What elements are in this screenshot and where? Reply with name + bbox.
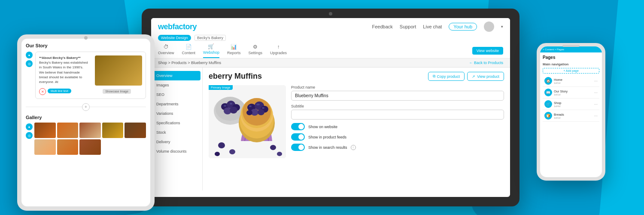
nav-overview[interactable]: ⏱ Overview	[158, 44, 174, 58]
show-in-search-results-toggle[interactable]	[291, 144, 305, 151]
mobile-nav-item-ourstory[interactable]: 📖 Our Story 1d/1d ···	[543, 87, 599, 98]
nav-content[interactable]: 📄 Content	[182, 44, 196, 58]
sidebar-item-variations[interactable]: Variations	[151, 109, 202, 118]
sidebar-item-specifications[interactable]: Specifications	[151, 118, 202, 128]
shop-more-button[interactable]: ···	[594, 102, 598, 107]
home-more-button[interactable]: ···	[594, 79, 598, 83]
nav-reports[interactable]: 📊 Reports	[227, 44, 241, 58]
webshop-icon: 🛒	[208, 43, 214, 49]
livechat-link[interactable]: Live chat	[423, 24, 442, 29]
nav-content-label: Content	[182, 51, 196, 55]
sidebar-item-overview[interactable]: Overview	[151, 71, 200, 80]
gallery-section: Gallery ● ◎	[21, 115, 150, 159]
sidebar-item-delivery[interactable]: Delivery	[151, 137, 202, 147]
tablet-add-block-button[interactable]: +	[82, 103, 90, 111]
tablet-ctrl-btn-1[interactable]: ●	[26, 52, 33, 58]
laptop-screen: webfactory Feedback Support Live chat Yo…	[151, 18, 510, 197]
nav-settings[interactable]: ⚙ Settings	[248, 44, 262, 58]
your-hub-button[interactable]: Your hub	[449, 23, 477, 31]
breads-more-button[interactable]: ···	[594, 114, 598, 118]
svg-point-1	[218, 142, 225, 148]
gallery-thumb-7[interactable]	[57, 139, 79, 155]
product-name-input[interactable]	[291, 91, 504, 101]
back-to-products-link[interactable]: ← Back to Products	[469, 61, 503, 65]
view-product-button[interactable]: ↗ View product	[467, 72, 504, 81]
show-on-website-toggle[interactable]	[291, 123, 305, 130]
mobile-nav-item-shop[interactable]: 🛒 Shop 1d/4d ···	[543, 98, 599, 110]
view-website-button[interactable]: View website	[472, 47, 503, 55]
nav-upgrades[interactable]: ↑ Upgrades	[270, 44, 287, 58]
feedback-link[interactable]: Feedback	[372, 24, 392, 29]
tablet-camera	[84, 36, 88, 40]
gallery-thumb-2[interactable]	[57, 123, 79, 138]
mobile-nav-row-home: 🏠 Home 1d/1d	[544, 77, 562, 85]
info-icon[interactable]: i	[351, 145, 356, 150]
content-icon: 📄	[185, 44, 192, 50]
sidebar-item-stock[interactable]: Stock	[151, 128, 202, 137]
copy-icon: ⧉	[433, 74, 435, 79]
gallery-thumb-1[interactable]	[34, 123, 56, 138]
sidebar-item-volume-discounts[interactable]: Volume discounts	[151, 147, 202, 156]
copy-product-button[interactable]: ⧉ Copy product	[428, 72, 465, 81]
mobile-add-page-button[interactable]: + Add page	[543, 68, 599, 74]
tablet-story-block-wrapper: ● ◎ **About Becky's Bakery** Becky's Bak…	[26, 52, 146, 103]
nav-webshop-label: Webshop	[203, 50, 219, 55]
show-in-search-results-label: Show in search results	[308, 145, 347, 150]
gallery-ctrl-btn-1[interactable]: ●	[26, 123, 33, 130]
sidebar-item-seo[interactable]: SEO	[151, 90, 202, 99]
tablet-ctrl-btn-2[interactable]: ◎	[26, 60, 33, 67]
mobile-nav-shop-labels: Shop 1d/4d	[554, 101, 562, 108]
laptop-camera	[329, 12, 332, 15]
remove-button[interactable]: ✕	[39, 88, 46, 95]
gallery-ctrl-btn-2[interactable]: ◎	[26, 132, 33, 139]
subtitle-input[interactable]	[291, 110, 504, 120]
website-design-badge[interactable]: Website Design	[158, 35, 191, 41]
support-link[interactable]: Support	[400, 24, 416, 29]
avatar[interactable]	[484, 22, 494, 32]
product-name-label: Product name	[291, 85, 504, 89]
sidebar-item-departments[interactable]: Departments	[151, 99, 202, 109]
show-on-website-label: Show on website	[308, 125, 337, 129]
ourstory-more-button[interactable]: ···	[594, 90, 598, 95]
show-in-product-feeds-toggle[interactable]	[291, 133, 305, 141]
mobile-subsection: Main navigation	[543, 62, 599, 66]
nav-webshop[interactable]: 🛒 Webshop	[203, 43, 219, 58]
ourstory-icon: 📖	[544, 89, 552, 96]
laptop: webfactory Feedback Support Live chat Yo…	[142, 9, 519, 206]
gallery-thumb-5[interactable]	[125, 123, 146, 138]
mobile-nav-breads-sublabel: 1d/1d	[554, 117, 564, 119]
breads-icon: 🍞	[544, 112, 552, 120]
product-title: eberry Muffins	[209, 72, 262, 81]
mobile-breadcrumb-text: > Content > Pages	[543, 48, 564, 51]
mobile-nav-shop-sublabel: 1d/4d	[554, 105, 562, 108]
mobile-nav-item-breads[interactable]: 🍞 Breads 1d/1d ···	[543, 110, 599, 122]
gallery-thumb-8[interactable]	[79, 139, 101, 155]
screen-mainnav: ⏱ Overview 📄 Content 🛒 Webshop 📊 Reports…	[158, 41, 503, 58]
gallery-grid	[34, 123, 146, 155]
gallery-thumb-6[interactable]	[34, 139, 56, 155]
tablet-image-thumb[interactable]	[95, 55, 142, 86]
nav-reports-label: Reports	[227, 51, 241, 55]
mobile-section-title: Pages	[543, 55, 599, 60]
tablet-screen: Our Story ● ◎ **About Becky's Bakery** B…	[21, 39, 150, 206]
svg-point-2	[229, 149, 235, 154]
svg-point-30	[258, 109, 264, 115]
store-breadcrumb[interactable]: Becky's Bakery	[194, 35, 226, 41]
gallery-thumb-3[interactable]	[79, 123, 101, 138]
product-image[interactable]	[209, 85, 286, 158]
screen-main: eberry Muffins ⧉ Copy product ↗ View pro…	[203, 68, 510, 190]
gallery-thumb-4[interactable]	[102, 123, 124, 138]
svg-point-12	[230, 107, 237, 114]
sidebar-item-images[interactable]: Images	[151, 80, 202, 90]
external-link-icon: ↗	[472, 74, 475, 79]
tablet-story-text: **About Becky's Bakery** Becky's Bakery …	[39, 55, 89, 84]
mobile-nav-ourstory-labels: Our Story 1d/1d	[554, 89, 568, 96]
chevron-down-icon: ▾	[501, 25, 503, 29]
multiline-badge[interactable]: Multi line text	[48, 89, 71, 93]
gallery-block-wrapper: ● ◎	[26, 123, 146, 155]
mobile-nav-item-home[interactable]: 🏠 Home 1d/1d ···	[543, 75, 599, 87]
nav-overview-label: Overview	[158, 51, 174, 55]
mobile-nav-ourstory-label: Our Story	[554, 89, 568, 93]
tablet-divider: +	[26, 107, 146, 107]
mobile-nav-breads-label: Breads	[554, 113, 564, 117]
